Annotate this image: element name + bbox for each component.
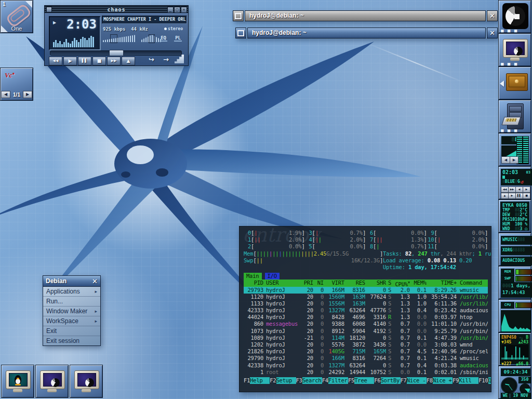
column-header-pri[interactable]: PRI <box>300 280 313 286</box>
repeat-icon[interactable]: ↺ <box>521 179 524 184</box>
appicon-terminal-1[interactable] <box>35 365 69 398</box>
column-header-s[interactable]: S <box>386 280 393 286</box>
fkey-kill[interactable]: F9Kill <box>453 377 478 384</box>
process-row-29790[interactable]: 29790hydroJ200166M83167264S0.70.14:21.24… <box>244 355 488 362</box>
process-row-42333[interactable]: 42333hydroJ2001327M6326447776S1.30.40:23… <box>244 307 488 314</box>
menu-titlebar[interactable]: Debian ✕ <box>43 275 101 287</box>
process-row-1133[interactable]: 1133hydroJ2001556M163M0S1.31.06:11.36/us… <box>244 300 488 307</box>
play-button[interactable]: ▶ <box>63 57 77 65</box>
mixer-next-button[interactable]: ▶ <box>510 156 518 164</box>
terminal-window-shaded-2[interactable]: hydroJ@debian: ~ ✕ <box>235 28 498 38</box>
menu-item-run[interactable]: Run... <box>43 297 100 307</box>
terminal2-miniaturize-button[interactable] <box>235 28 246 38</box>
wmusic-next-button[interactable]: ▶ <box>523 187 530 193</box>
wmusic-rewind-button[interactable]: ◀◀ <box>501 187 509 193</box>
eject-button[interactable]: ▲ <box>122 57 135 65</box>
fkey-filter[interactable]: F4Filter <box>322 377 348 384</box>
process-row-860[interactable]: 860messagebus200938860084140S0.70.011:01… <box>244 321 488 327</box>
tab-io[interactable]: I/O <box>265 273 280 280</box>
equalizer-button[interactable]: EQ <box>159 35 167 42</box>
player-close-button[interactable]: ✕ <box>181 7 187 13</box>
terminal-window-shaded-1[interactable]: hydroJ@debian: ~ ✕ <box>233 10 498 21</box>
shuffle-toggle[interactable]: ↪ <box>149 56 154 63</box>
player-menu-button[interactable] <box>46 7 52 12</box>
wmusic-eject-button[interactable]: ▲ <box>501 193 509 199</box>
htop-terminal-window[interactable]: entropy 0[|1.9%]3[|0.7%]6[0.0%]9[0.0%] 1… <box>239 226 491 392</box>
player-shade-button[interactable]: □ <box>174 7 180 13</box>
dock-tile-network-monitor[interactable]: ENP450 ▼▲ B ▼345 ▲243 ▼227 ▲66.0 <box>498 332 531 366</box>
dock-tile-file-cabinet[interactable]: ■ ■ ■ <box>498 100 531 133</box>
menu-item-exit-session[interactable]: Exit session <box>43 336 100 345</box>
wmusic-fast-forward-button[interactable]: ▶▶ <box>508 187 516 193</box>
dock-tile-terminal-launcher[interactable]: ■ ■ ■ <box>498 33 531 66</box>
process-row-1120[interactable]: 1120hydroJ2001560M163M77624S1.31.035:54.… <box>244 294 488 300</box>
volume-knob[interactable] <box>110 34 117 43</box>
column-header-ni[interactable]: NI <box>313 280 324 286</box>
column-header-virt[interactable]: VIRT <box>324 280 344 286</box>
player-titlebar[interactable]: chaos _ □ ✕ <box>45 6 188 13</box>
menu-item-workspace[interactable]: WorkSpace▸ <box>43 316 100 326</box>
balance-knob[interactable] <box>149 34 155 43</box>
terminal1-miniaturize-button[interactable] <box>233 10 244 21</box>
appicon-terminal-tux[interactable] <box>1 365 34 398</box>
process-row-29793[interactable]: 29793hydroJ200166M83160S2.00.18:29.26wmu… <box>244 287 488 294</box>
pager-next-button[interactable]: ▶ <box>23 91 32 98</box>
seek-knob[interactable] <box>109 50 124 56</box>
process-row-21826[interactable]: 21826hydroJ2001405G715M165MS0.74.512:40.… <box>244 348 488 355</box>
column-header-mem[interactable]: MEM% <box>410 280 427 286</box>
dock-tile-weather[interactable]: EYKA0850 TMP882°CDEW882°CPRS1010hPaHUM10… <box>498 200 531 233</box>
playlist-button[interactable]: PL <box>174 35 182 42</box>
tab-main[interactable]: Main <box>244 273 262 280</box>
terminal2-title[interactable]: hydroJ@debian: ~ <box>247 28 486 38</box>
drawer-expand-icon[interactable] <box>500 81 504 87</box>
repeat-toggle[interactable]: → <box>163 56 169 63</box>
player-minimize-button[interactable]: _ <box>167 7 174 13</box>
terminal1-title[interactable]: hydroJ@debian: ~ <box>245 10 486 21</box>
terminal1-close-button[interactable]: ✕ <box>487 10 498 21</box>
mixer-prev-button[interactable]: ◀ <box>501 156 510 164</box>
fkey-help[interactable]: F1Help <box>244 377 270 384</box>
stop-button[interactable]: ■ <box>92 57 106 65</box>
dock-tile-gnustep[interactable]: ■ ■ ■ <box>498 0 531 33</box>
menu-item-window-maker[interactable]: Window Maker▸ <box>43 307 100 316</box>
wmusic-pause-button[interactable]: ▌▌ <box>515 193 523 199</box>
dock-tile-clock[interactable]: 09:24:34 350 WE 19 NOV <box>498 366 531 399</box>
menu-close-icon[interactable]: ✕ <box>92 277 98 285</box>
menu-item-exit[interactable]: Exit <box>43 326 100 336</box>
process-row-44024[interactable]: 44024hydroJ200842846963316R1.30.00:03.97… <box>244 314 488 321</box>
fkey-sortby[interactable]: F6SortBy <box>374 377 400 384</box>
wmusic-prev-button[interactable]: ◀ <box>515 187 523 193</box>
wmusic-stop-button[interactable]: ■ <box>523 193 530 199</box>
column-header-cpu[interactable]: CPU%▼ <box>393 280 410 286</box>
fkey-nice[interactable]: F8Nice + <box>427 377 453 384</box>
workspace-clip[interactable]: 1 One <box>0 0 33 33</box>
audio-player-window[interactable]: chaos _ □ ✕ ▶ 2:03 MOSPHERE CHAPTER I - … <box>44 5 189 66</box>
dock-tile-mixer[interactable]: 882 ◀ ▶ <box>498 133 531 166</box>
dock-tile-wmusic[interactable]: 02:0303 8BLUE8G ↺ ◀◀▶▶◀▶▲▶▌▌■ <box>498 166 531 200</box>
process-row-1[interactable]: 1root200242921494410752S0.00.10:02.01/sb… <box>244 369 488 376</box>
fkey-search[interactable]: F3Search <box>296 377 322 384</box>
menu-item-applications[interactable]: Applications▸ <box>43 287 100 297</box>
dock-tile-cpu-monitor[interactable]: CPU <box>498 299 531 332</box>
fkey-setup[interactable]: F2Setup <box>270 377 296 384</box>
fkey-tree[interactable]: F5Tree <box>348 377 374 384</box>
process-row-1202[interactable]: 1202hydroJ200557638723436S0.70.03:08.03w… <box>244 341 488 348</box>
process-row-42338[interactable]: 42338hydroJ2001327M632640S0.70.40:03.38a… <box>244 362 488 369</box>
column-header-res[interactable]: RES <box>344 280 365 286</box>
next-button[interactable]: ▶▶ <box>107 57 121 65</box>
pager-appicon[interactable]: Vc● ◀ 1/1 ▶ <box>0 68 33 101</box>
process-table-header[interactable]: PIDUSERPRINIVIRTRESSHRSCPU%▼MEM%TIME+Com… <box>244 280 488 286</box>
fkey-nice[interactable]: F7Nice - <box>401 377 427 384</box>
wmusic-play-button[interactable]: ▶ <box>508 193 516 199</box>
process-row-1073[interactable]: 1073hydroJ200891259044192S0.70.09:25.79/… <box>244 328 488 335</box>
dock-tile-drawer[interactable] <box>498 66 531 100</box>
column-header-command[interactable]: Command <box>457 280 488 286</box>
column-header-pid[interactable]: PID <box>244 280 263 286</box>
pager-prev-button[interactable]: ◀ <box>1 91 10 98</box>
pause-button[interactable]: ▌▌ <box>78 57 91 65</box>
column-header-shr[interactable]: SHR <box>365 280 386 286</box>
column-header-time[interactable]: TIME+ <box>427 280 457 286</box>
process-row-1089[interactable]: 1089hydroJ-210114M181200S0.70.14:47.39/u… <box>244 335 488 341</box>
volume-slider[interactable] <box>103 35 136 42</box>
fkey-quit[interactable]: F10Quit <box>478 377 491 384</box>
